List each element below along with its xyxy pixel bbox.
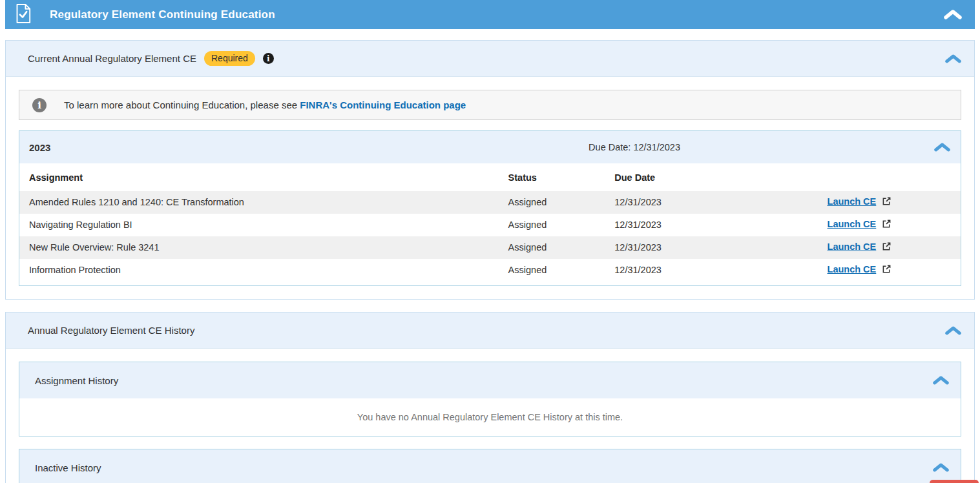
assignments-table-header-row: Assignment Status Due Date xyxy=(19,163,961,191)
assignment-name: Navigating Regulation BI xyxy=(19,214,499,236)
page-title: Regulatory Element Continuing Education xyxy=(50,8,275,21)
column-header-due-date: Due Date xyxy=(605,163,817,191)
assignment-due-date: 12/31/2023 xyxy=(605,259,817,282)
current-annual-ce-header[interactable]: Current Annual Regulatory Element CE Req… xyxy=(6,41,974,77)
current-annual-ce-title: Current Annual Regulatory Element CE xyxy=(28,53,196,64)
assignment-due-date: 12/31/2023 xyxy=(605,191,817,214)
assignment-status: Assigned xyxy=(499,214,605,236)
ce-history-title: Annual Regulatory Element CE History xyxy=(28,325,194,336)
chevron-up-icon[interactable] xyxy=(944,10,962,19)
year-label: 2023 xyxy=(29,142,50,153)
column-header-status: Status xyxy=(499,163,605,191)
regulatory-element-ce-title-bar[interactable]: Regulatory Element Continuing Education xyxy=(5,0,975,29)
chevron-up-icon[interactable] xyxy=(945,54,961,63)
assignment-status: Assigned xyxy=(499,236,605,259)
column-header-assignment: Assignment xyxy=(19,163,499,191)
external-link-icon xyxy=(882,220,891,231)
ce-history-body: Assignment History You have no Annual Re… xyxy=(6,349,974,483)
assignment-name: New Rule Overview: Rule 3241 xyxy=(19,236,499,259)
document-check-icon xyxy=(14,3,32,26)
current-annual-ce-body: i To learn more about Continuing Educati… xyxy=(6,77,974,299)
assignment-history-box: Assignment History You have no Annual Re… xyxy=(19,362,961,437)
ce-history-panel: Annual Regulatory Element CE History Ass… xyxy=(5,312,975,483)
chevron-up-icon[interactable] xyxy=(933,376,949,385)
external-link-icon xyxy=(882,265,891,276)
assignment-history-empty-message: You have no Annual Regulatory Element CE… xyxy=(19,398,961,436)
info-banner-text: To learn more about Continuing Education… xyxy=(64,99,466,110)
finra-continuing-education-link[interactable]: FINRA's Continuing Education page xyxy=(300,99,466,110)
inactive-history-title: Inactive History xyxy=(35,462,101,473)
assignment-name: Information Protection xyxy=(19,259,499,282)
table-row: New Rule Overview: Rule 3241 Assigned 12… xyxy=(19,236,961,259)
due-date-summary: Due Date: 12/31/2023 xyxy=(589,142,680,152)
assignment-due-date: 12/31/2023 xyxy=(605,236,817,259)
launch-ce-link[interactable]: Launch CE xyxy=(828,219,877,229)
chevron-up-icon[interactable] xyxy=(945,326,961,335)
required-badge: Required xyxy=(204,51,255,66)
table-row: Information Protection Assigned 12/31/20… xyxy=(19,259,961,282)
launch-ce-link[interactable]: Launch CE xyxy=(828,196,877,207)
feedback-button-partial[interactable] xyxy=(930,480,979,483)
assignment-due-date: 12/31/2023 xyxy=(605,214,817,236)
current-annual-ce-panel: Current Annual Regulatory Element CE Req… xyxy=(5,40,975,300)
external-link-icon xyxy=(882,198,891,208)
year-2023-box: 2023 Due Date: 12/31/2023 Assignment Sta… xyxy=(19,130,961,286)
launch-ce-link[interactable]: Launch CE xyxy=(828,264,877,274)
info-icon: i xyxy=(32,98,47,112)
assignment-history-header[interactable]: Assignment History xyxy=(19,362,961,398)
ce-history-header[interactable]: Annual Regulatory Element CE History xyxy=(6,313,974,349)
column-header-actions xyxy=(818,163,961,191)
chevron-up-icon[interactable] xyxy=(933,463,949,472)
launch-ce-link[interactable]: Launch CE xyxy=(828,242,877,252)
assignments-table: Assignment Status Due Date Amended Rules… xyxy=(19,163,961,282)
table-row: Navigating Regulation BI Assigned 12/31/… xyxy=(19,214,961,236)
inactive-history-header[interactable]: Inactive History xyxy=(19,449,961,483)
assignment-status: Assigned xyxy=(499,259,605,282)
table-row: Amended Rules 1210 and 1240: CE Transfor… xyxy=(19,191,961,214)
assignment-name: Amended Rules 1210 and 1240: CE Transfor… xyxy=(19,191,499,214)
external-link-icon xyxy=(882,243,891,253)
year-2023-header[interactable]: 2023 Due Date: 12/31/2023 xyxy=(19,131,961,163)
inactive-history-box: Inactive History xyxy=(19,449,961,483)
assignment-history-title: Assignment History xyxy=(35,375,118,386)
continuing-education-info-banner: i To learn more about Continuing Educati… xyxy=(19,90,961,120)
assignment-status: Assigned xyxy=(499,191,605,214)
chevron-up-icon[interactable] xyxy=(934,143,950,152)
info-icon[interactable]: i xyxy=(263,53,274,64)
